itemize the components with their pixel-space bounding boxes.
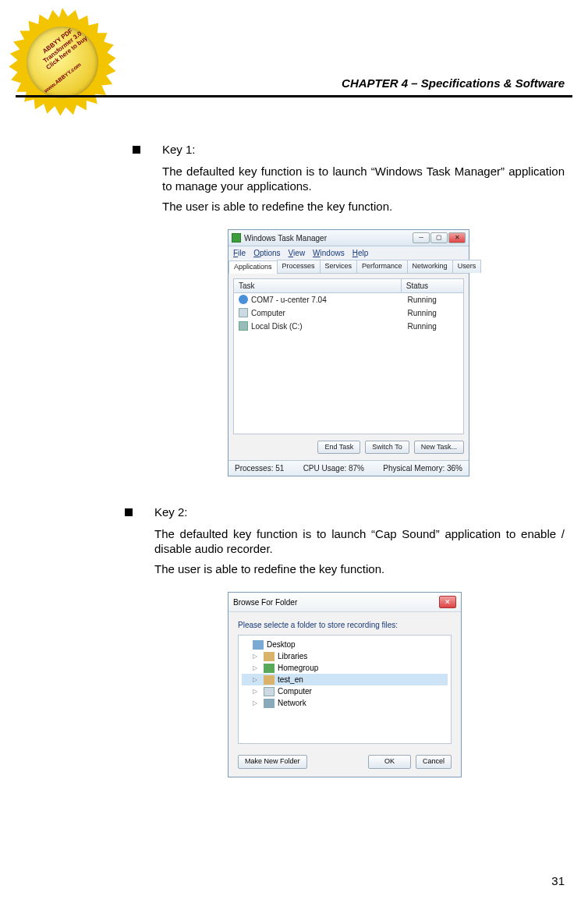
key2-desc2: The user is able to redefine the key fun… <box>154 561 565 577</box>
menu-help[interactable]: Help <box>352 248 369 258</box>
tree-item-network[interactable]: ▷ Network <box>242 697 448 709</box>
dialog-instruction: Please selecte a folder to store recordi… <box>228 612 461 635</box>
bullet-icon <box>125 508 133 516</box>
tree-label: Desktop <box>267 639 296 650</box>
user-folder-icon <box>264 675 275 685</box>
key2-desc1: The defaulted key function is to launch … <box>154 526 565 557</box>
tab-networking[interactable]: Networking <box>407 260 453 273</box>
tree-arrow-icon[interactable]: ▷ <box>253 676 260 684</box>
close-button[interactable]: ✕ <box>439 596 456 608</box>
homegroup-icon <box>264 664 275 673</box>
row-task: Computer <box>251 308 405 318</box>
tab-strip: Applications Processes Services Performa… <box>228 260 469 274</box>
app-icon <box>232 233 241 243</box>
key1-title: Key 1: <box>162 142 196 158</box>
menu-bar: File Options View Windows Help <box>228 246 469 260</box>
tree-item-homegroup[interactable]: ▷ Homegroup <box>242 662 448 674</box>
libraries-icon <box>264 652 275 661</box>
row-status: Running <box>408 308 459 318</box>
make-new-folder-button[interactable]: Make New Folder <box>238 755 307 769</box>
chapter-header: CHAPTER 4 – Specifications & Software <box>342 76 565 90</box>
app-icon-globe <box>239 295 248 304</box>
tab-applications[interactable]: Applications <box>228 260 278 274</box>
computer-icon <box>264 687 275 696</box>
ok-button[interactable]: OK <box>368 755 411 769</box>
row-task: Local Disk (C:) <box>251 321 405 331</box>
status-bar: Processes: 51 CPU Usage: 87% Physical Me… <box>228 460 469 476</box>
tree-label: Computer <box>278 686 312 696</box>
end-task-button[interactable]: End Task <box>317 441 360 455</box>
tree-item-computer[interactable]: ▷ Computer <box>242 685 448 697</box>
menu-file[interactable]: File <box>233 248 246 258</box>
key2-section: Key 2: The defaulted key function is to … <box>125 505 565 777</box>
tree-label: Libraries <box>278 651 307 661</box>
tree-arrow-icon[interactable]: ▷ <box>253 653 260 660</box>
key1-desc2: The user is able to redefine the key fun… <box>162 199 565 214</box>
key2-title: Key 2: <box>154 505 188 520</box>
col-header-task[interactable]: Task <box>234 279 402 292</box>
tab-performance[interactable]: Performance <box>356 260 408 273</box>
bullet-icon <box>133 146 140 154</box>
new-task-button[interactable]: New Task... <box>414 441 464 455</box>
tab-users[interactable]: Users <box>452 260 482 273</box>
task-manager-window: Windows Task Manager ─ ▢ ✕ File Options … <box>228 229 469 476</box>
table-row[interactable]: Local Disk (C:) Running <box>234 320 463 333</box>
status-processes: Processes: 51 <box>235 463 284 473</box>
col-header-status[interactable]: Status <box>402 279 463 292</box>
key1-desc1: The defaulted key function is to launch … <box>162 164 565 194</box>
table-row[interactable]: Computer Running <box>234 306 463 320</box>
maximize-button[interactable]: ▢ <box>430 232 448 243</box>
tree-arrow-icon[interactable]: ▷ <box>253 664 260 672</box>
status-mem: Physical Memory: 36% <box>383 463 462 473</box>
close-button[interactable]: ✕ <box>448 232 466 243</box>
row-status: Running <box>408 295 459 305</box>
page-number: 31 <box>551 874 565 887</box>
tree-label: Network <box>278 698 306 708</box>
app-icon-drive <box>239 321 248 331</box>
table-row[interactable]: COM7 - u-center 7.04 Running <box>234 293 463 306</box>
tree-label: test_en <box>278 675 303 685</box>
tab-services[interactable]: Services <box>320 260 358 273</box>
window-title: Windows Task Manager <box>244 233 327 243</box>
cancel-button[interactable]: Cancel <box>416 755 452 769</box>
network-icon <box>264 699 275 708</box>
tree-arrow-icon[interactable]: ▷ <box>253 688 260 696</box>
switch-to-button[interactable]: Switch To <box>365 441 409 455</box>
header-rule <box>16 95 572 97</box>
minimize-button[interactable]: ─ <box>413 232 430 243</box>
abbyy-badge[interactable]: ABBYY PDF Transformer 3.0 Click here to … <box>8 8 117 117</box>
folder-tree: Desktop ▷ Libraries ▷ Homegroup ▷ test_e… <box>238 635 452 744</box>
tab-processes[interactable]: Processes <box>277 260 321 273</box>
menu-options[interactable]: Options <box>253 248 280 258</box>
titlebar: Windows Task Manager ─ ▢ ✕ <box>228 230 469 246</box>
menu-windows[interactable]: Windows <box>313 248 345 258</box>
tree-item-desktop[interactable]: Desktop <box>242 639 448 650</box>
applications-list: Task Status COM7 - u-center 7.04 Running… <box>233 278 464 434</box>
desktop-icon <box>253 640 264 650</box>
menu-view[interactable]: View <box>289 248 306 258</box>
key1-section: Key 1: The defaulted key function is to … <box>133 142 565 476</box>
dialog-title: Browse For Folder <box>233 597 297 607</box>
tree-item-user[interactable]: ▷ test_en <box>242 674 448 685</box>
tree-item-libraries[interactable]: ▷ Libraries <box>242 650 448 662</box>
row-status: Running <box>408 321 459 331</box>
browse-folder-dialog: Browse For Folder ✕ Please selecte a fol… <box>228 592 462 777</box>
status-cpu: CPU Usage: 87% <box>303 463 364 473</box>
tree-arrow-icon[interactable]: ▷ <box>253 699 260 707</box>
app-icon-computer <box>239 308 248 317</box>
page-content: Key 1: The defaulted key function is to … <box>133 142 565 801</box>
row-task: COM7 - u-center 7.04 <box>251 295 405 305</box>
tree-label: Homegroup <box>278 663 318 673</box>
